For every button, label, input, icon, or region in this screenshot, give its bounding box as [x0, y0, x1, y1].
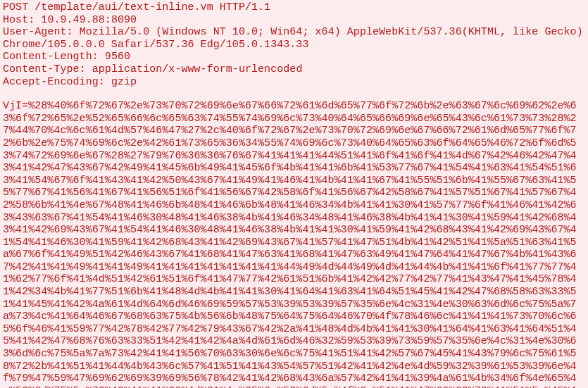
request-body: VjI=%28%40%6f%72%67%2e%73%70%72%69%6e%67…	[3, 100, 585, 388]
header-user-agent: User-Agent: Mozilla/5.0 (Windows NT 10.0…	[3, 26, 585, 51]
header-accept-encoding: Accept-Encoding: gzip	[3, 76, 585, 89]
header-content-type: Content-Type: application/x-www-form-url…	[3, 63, 585, 76]
http-headers-block: POST /template/aui/text-inline.vm HTTP/1…	[3, 1, 585, 88]
header-host: Host: 10.9.49.88:8090	[3, 14, 585, 27]
request-line: POST /template/aui/text-inline.vm HTTP/1…	[3, 1, 585, 14]
header-content-length: Content-Length: 9560	[3, 51, 585, 63]
